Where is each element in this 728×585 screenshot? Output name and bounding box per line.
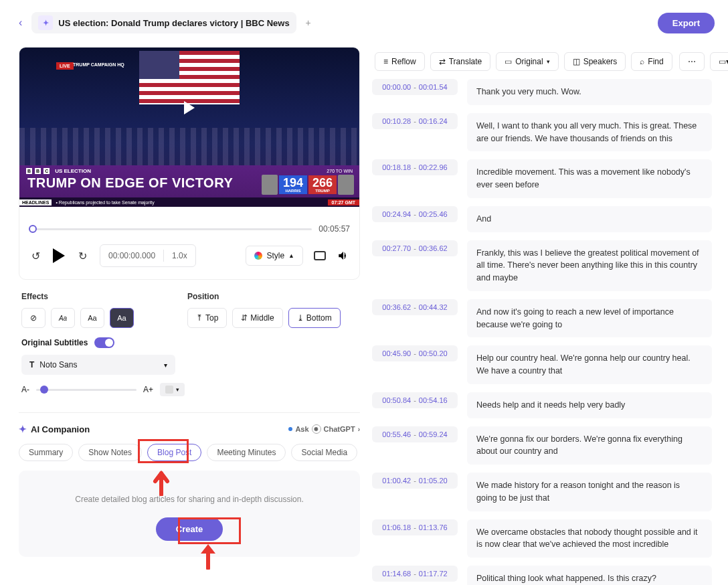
create-button[interactable]: Create (156, 517, 223, 541)
transcript-row[interactable]: 00:10.28-00:16.24Well, I want to thank y… (372, 113, 712, 152)
back-button[interactable]: ‹ (19, 17, 22, 29)
crowd-image (19, 128, 359, 168)
election-label: US ELECTION (55, 168, 91, 174)
transcript-time[interactable]: 00:27.70-00:36.62 (372, 240, 458, 256)
candidate-avatar (338, 175, 354, 195)
export-button[interactable]: Export (658, 13, 715, 33)
ticker-text: • Republicans projected to take Senate m… (56, 200, 154, 205)
volume-icon[interactable] (337, 249, 350, 262)
ai-tab-meeting-minutes[interactable]: Meeting Minutes (207, 444, 286, 461)
speed-value[interactable]: 1.0x (172, 251, 187, 260)
effect-none-button[interactable]: ⊘ (21, 308, 46, 328)
score-panel: 194HARRIS 266TRUMP (262, 175, 354, 195)
ai-tabs: Summary Show Notes Blog Post Meeting Min… (19, 444, 360, 461)
effects-label: Effects (21, 292, 134, 301)
transcript-time[interactable]: 00:18.18-00:22.96 (372, 159, 458, 175)
effect-style3-button[interactable]: Aa (110, 308, 134, 328)
transcript-toolbar: ≡Reflow ⇄Translate ▭Original▾ ◫Speakers … (372, 47, 716, 79)
view-mode-button[interactable]: ▭▾ (710, 52, 728, 71)
transcript-text[interactable]: Help our country heal. We're gonna help … (467, 345, 712, 384)
ai-tab-social-media[interactable]: Social Media (291, 444, 357, 461)
position-top-button[interactable]: ⤒Top (187, 308, 227, 328)
timecode-input[interactable]: 00:00:00.000 1.0x (100, 244, 196, 267)
transcript-row[interactable]: 00:24.94-00:25.46And (372, 206, 712, 232)
find-button[interactable]: ⌕Find (631, 52, 672, 71)
timeline-slider[interactable] (29, 228, 312, 230)
play-overlay-icon[interactable] (184, 101, 195, 114)
transcript-row[interactable]: 01:00.42-01:05.20We made history for a r… (372, 473, 712, 511)
transcript-row[interactable]: 00:36.62-00:44.32And now it's going to r… (372, 299, 712, 338)
transcript-text[interactable]: Political thing look what happened. Is t… (467, 566, 712, 585)
transcript-row[interactable]: 00:50.84-00:54.16Needs help and it needs… (372, 392, 712, 418)
transcript-time[interactable]: 01:06.18-01:13.76 (372, 519, 458, 535)
font-size-slider[interactable] (36, 389, 136, 391)
transcript-text[interactable]: We overcame obstacles that nobody though… (467, 519, 712, 558)
translate-button[interactable]: ⇄Translate (430, 52, 491, 71)
transcript-text[interactable]: Frankly, this was I believe the greatest… (467, 240, 712, 291)
original-subtitles-toggle[interactable] (94, 337, 114, 348)
add-tab-button[interactable]: + (302, 16, 315, 29)
transcript-time[interactable]: 00:10.28-00:16.24 (372, 113, 458, 129)
transcript-time[interactable]: 00:55.46-00:59.24 (372, 426, 458, 442)
ai-tab-show-notes[interactable]: Show Notes (78, 444, 142, 461)
page-title: US election: Donald Trump declares victo… (58, 18, 289, 28)
original-dropdown[interactable]: ▭Original▾ (496, 52, 558, 71)
ask-chatgpt-button[interactable]: Ask ✺ ChatGPT › (288, 424, 360, 434)
position-label: Position (187, 292, 357, 301)
font-smaller-label: A- (21, 385, 29, 394)
transcript-row[interactable]: 00:55.46-00:59.24We're gonna fix our bor… (372, 426, 712, 465)
transcript-row[interactable]: 00:27.70-00:36.62Frankly, this was I bel… (372, 240, 712, 291)
position-bottom-button[interactable]: ⤓Bottom (288, 308, 341, 328)
transcript-row[interactable]: 01:06.18-01:13.76We overcame obstacles t… (372, 519, 712, 558)
transcript-list[interactable]: 00:00.00-00:01.54Thank you very much. Wo… (372, 79, 716, 585)
transcript-time[interactable]: 00:36.62-00:44.32 (372, 299, 458, 315)
ai-companion-panel: ✦ AI Companion Ask ✺ ChatGPT › Summary S… (19, 412, 360, 557)
transcript-time[interactable]: 00:00.00-00:01.54 (372, 79, 458, 95)
forward-icon[interactable]: ↻ (76, 249, 89, 262)
transcript-text[interactable]: Incredible movement. This was a movement… (467, 159, 712, 198)
position-middle-button[interactable]: ⇵Middle (232, 308, 282, 328)
app-icon: ✦ (38, 15, 53, 30)
transcript-row[interactable]: 00:00.00-00:01.54Thank you very much. Wo… (372, 79, 712, 105)
ai-description: Create detailed blog articles for sharin… (32, 495, 347, 504)
bbc-logo: B (26, 168, 32, 174)
transcript-text[interactable]: Thank you very much. Wow. (467, 79, 712, 105)
ai-tab-blog-post[interactable]: Blog Post (147, 444, 201, 461)
transcript-text[interactable]: And (467, 206, 712, 232)
style-dropdown[interactable]: Style ▲ (246, 246, 303, 266)
reflow-button[interactable]: ≡Reflow (375, 52, 425, 71)
effect-style2-button[interactable]: Aa (80, 308, 104, 328)
transcript-text[interactable]: We made history for a reason tonight and… (467, 473, 712, 511)
transcript-time[interactable]: 00:50.84-00:54.16 (372, 392, 458, 408)
rewind-icon[interactable]: ↺ (29, 249, 42, 262)
fullscreen-icon[interactable] (314, 251, 326, 260)
ai-tab-summary[interactable]: Summary (19, 444, 73, 461)
transcript-row[interactable]: 01:14.68-01:17.72Political thing look wh… (372, 566, 712, 585)
style-label: Style (266, 251, 284, 260)
trump-label: TRUMP (312, 189, 333, 193)
transcript-time[interactable]: 01:00.42-01:05.20 (372, 473, 458, 489)
transcript-text[interactable]: And now it's going to reach a new level … (467, 299, 712, 338)
to-win-label: 270 TO WIN (327, 169, 353, 173)
font-select[interactable]: T Noto Sans ▾ (21, 355, 175, 375)
transcript-text[interactable]: Well, I want to thank you all very much.… (467, 113, 712, 152)
transcript-row[interactable]: 00:45.90-00:50.20Help our country heal. … (372, 345, 712, 384)
effects-panel: Effects ⊘ Aa Aa Aa Position ⤒Top ⇵Middle… (19, 284, 360, 396)
speakers-button[interactable]: ◫Speakers (564, 52, 626, 71)
font-larger-label: A+ (143, 385, 153, 394)
tab-bar: ✦ US election: Donald Trump declares vic… (31, 12, 296, 33)
more-button[interactable]: ⋯ (679, 52, 705, 71)
transcript-text[interactable]: Needs help and it needs help very badly (467, 392, 712, 418)
transcript-time[interactable]: 01:14.68-01:17.72 (372, 566, 458, 582)
transcript-time[interactable]: 00:24.94-00:25.46 (372, 206, 458, 222)
transcript-row[interactable]: 00:18.18-00:22.96Incredible movement. Th… (372, 159, 712, 198)
transcript-text[interactable]: We're gonna fix our borders. We're gonna… (467, 426, 712, 465)
sparkle-icon: ✦ (19, 424, 27, 434)
font-color-select[interactable]: ▾ (160, 383, 185, 396)
transcript-time[interactable]: 00:45.90-00:50.20 (372, 345, 458, 361)
style-icon (254, 252, 262, 260)
play-button[interactable] (53, 248, 65, 263)
video-player[interactable]: LIVE TRUMP CAMPAIGN HQ B B C US ELECTION… (19, 48, 359, 207)
timecode-value: 00:00:00.000 (108, 251, 155, 260)
effect-style1-button[interactable]: Aa (51, 308, 75, 328)
